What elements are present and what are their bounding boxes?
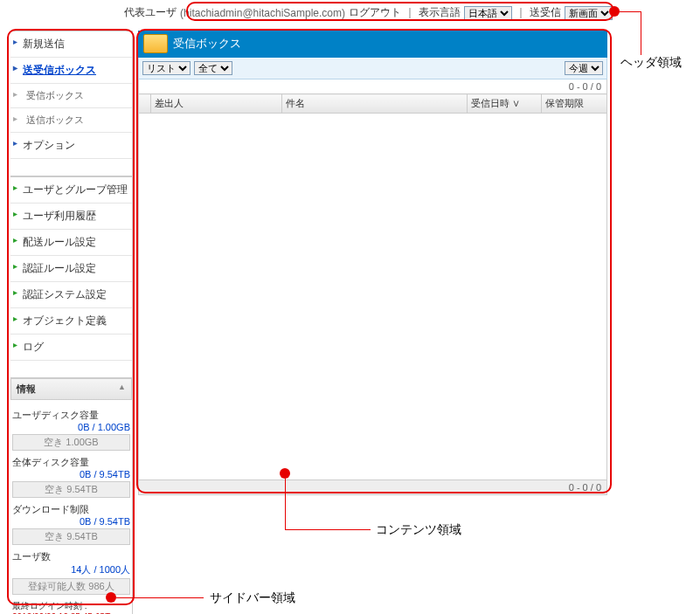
dl-limit-free: 空き 9.54TB bbox=[12, 528, 130, 545]
col-retention[interactable]: 保管期限 bbox=[542, 94, 607, 114]
disk-user-free: 空き 1.00GB bbox=[12, 434, 130, 451]
sidebar-item-users-groups[interactable]: ユーザとグループ管理 bbox=[10, 177, 132, 204]
users-count-label: ユーザ数 bbox=[12, 550, 130, 563]
disk-user-label: ユーザディスク容量 bbox=[12, 409, 130, 422]
annot-header-label: ヘッダ領域 bbox=[620, 55, 682, 71]
collapse-icon: ▲ bbox=[118, 383, 126, 396]
view-mode-select[interactable]: リスト bbox=[142, 61, 191, 75]
lang-label: 表示言語 bbox=[419, 5, 461, 20]
sidebar-item-new-send[interactable]: 新規送信 bbox=[10, 31, 132, 58]
sidebar-item-delivery-rules[interactable]: 配送ルール設定 bbox=[10, 230, 132, 256]
info-panel: ユーザディスク容量 0B / 1.00GB 空き 1.00GB 全体ディスク容量… bbox=[10, 400, 132, 614]
menu-group-2: ユーザとグループ管理 ユーザ利用履歴 配送ルール設定 認証ルール設定 認証システ… bbox=[10, 176, 132, 361]
content-titlebar: 受信ボックス bbox=[138, 31, 607, 58]
annot-line bbox=[285, 479, 286, 529]
sidebar-item-usage-history[interactable]: ユーザ利用履歴 bbox=[10, 204, 132, 230]
menu-group-1: 新規送信 送受信ボックス 受信ボックス 送信ボックス オプション bbox=[10, 31, 132, 159]
message-table: 差出人 件名 受信日時 ∨ 保管期限 bbox=[138, 93, 607, 114]
annot-dot bbox=[609, 6, 620, 17]
col-received[interactable]: 受信日時 ∨ bbox=[468, 94, 542, 114]
annot-line bbox=[641, 11, 641, 55]
sidebar-item-options[interactable]: オプション bbox=[10, 133, 132, 159]
sidebar: 新規送信 送受信ボックス 受信ボックス 送信ボックス オプション ユーザとグルー… bbox=[10, 31, 133, 614]
annot-sidebar-label: サイドバー領域 bbox=[210, 590, 295, 606]
lang-select[interactable]: 日本語 bbox=[464, 6, 512, 20]
period-select[interactable]: 今週 bbox=[565, 61, 603, 75]
info-panel-header[interactable]: 情報▲ bbox=[10, 378, 132, 400]
content-title: 受信ボックス bbox=[173, 36, 241, 52]
annot-line bbox=[285, 529, 371, 530]
sidebar-item-auth-rules[interactable]: 認証ルール設定 bbox=[10, 256, 132, 282]
menu-spacer bbox=[10, 361, 132, 378]
message-list-body bbox=[138, 114, 607, 480]
annot-dot bbox=[280, 468, 290, 479]
separator: ｜ bbox=[405, 5, 415, 20]
annot-line bbox=[620, 11, 641, 12]
main-content: 受信ボックス リスト 全て 今週 0 - 0 / 0 差出人 件名 受信日時 ∨… bbox=[138, 31, 607, 495]
col-subject[interactable]: 件名 bbox=[282, 94, 468, 114]
header-bar: 代表ユーザ (hitachiadmin@hitachiSample.com) ロ… bbox=[124, 5, 613, 20]
users-count-value: 14人 / 1000人 bbox=[12, 563, 130, 576]
sidebar-item-inbox[interactable]: 受信ボックス bbox=[10, 84, 132, 108]
sidebar-item-sendrecv-box[interactable]: 送受信ボックス bbox=[10, 58, 132, 84]
logout-link[interactable]: ログアウト bbox=[349, 5, 401, 20]
col-sender[interactable]: 差出人 bbox=[151, 94, 282, 114]
disk-total-free: 空き 9.54TB bbox=[12, 481, 130, 498]
dl-limit-value: 0B / 9.54TB bbox=[12, 516, 130, 527]
content-toolbar: リスト 全て 今週 bbox=[138, 58, 607, 79]
disk-user-value: 0B / 1.00GB bbox=[12, 422, 130, 432]
annot-content-label: コンテンツ領域 bbox=[376, 522, 461, 538]
disk-total-value: 0B / 9.54TB bbox=[12, 469, 130, 479]
sidebar-item-log[interactable]: ログ bbox=[10, 335, 132, 361]
sidebar-item-object-def[interactable]: オブジェクト定義 bbox=[10, 308, 132, 335]
sendrecv-select[interactable]: 新画面 bbox=[565, 6, 613, 20]
menu-spacer bbox=[10, 159, 132, 176]
disk-total-label: 全体ディスク容量 bbox=[12, 456, 130, 469]
filter-select[interactable]: 全て bbox=[194, 61, 232, 75]
rep-user-label: 代表ユーザ bbox=[124, 5, 177, 20]
pager-top: 0 - 0 / 0 bbox=[138, 79, 607, 93]
sidebar-item-auth-system[interactable]: 認証システム設定 bbox=[10, 282, 132, 308]
separator: ｜ bbox=[516, 5, 526, 20]
folder-icon bbox=[143, 34, 168, 53]
dl-limit-label: ダウンロード制限 bbox=[12, 503, 130, 516]
sidebar-item-sentbox[interactable]: 送信ボックス bbox=[10, 108, 132, 133]
col-check[interactable] bbox=[139, 94, 151, 114]
sendrecv-label: 送受信 bbox=[530, 5, 561, 20]
annot-line bbox=[116, 597, 204, 598]
annot-dot bbox=[106, 592, 116, 603]
pager-bottom: 0 - 0 / 0 bbox=[138, 480, 607, 495]
user-email: (hitachiadmin@hitachiSample.com) bbox=[180, 7, 345, 19]
